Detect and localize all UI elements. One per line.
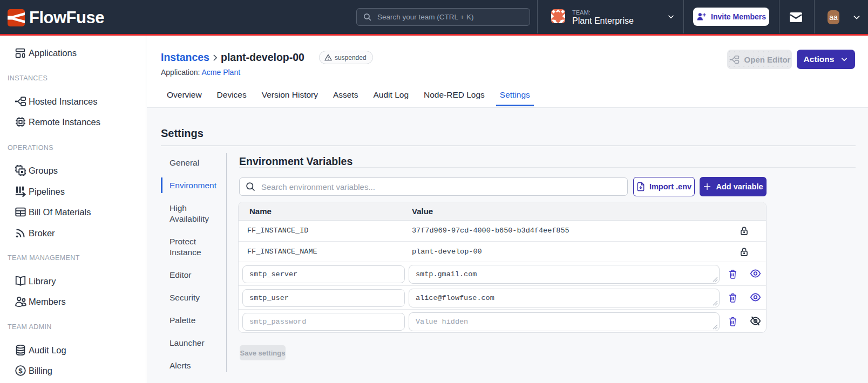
svg-text:$: $ (18, 367, 23, 375)
